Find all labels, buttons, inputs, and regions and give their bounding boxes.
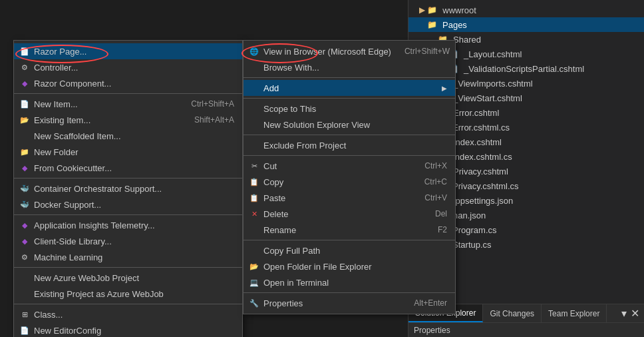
rename-label: Rename (263, 225, 296, 235)
copy-icon: 📋 (249, 176, 259, 187)
startup-label: Startup.cs (452, 240, 492, 250)
menu-item-razor-component[interactable]: ◆ Razor Component... (14, 75, 242, 91)
existing-webjob-icon (19, 288, 30, 299)
separator-6 (243, 292, 455, 293)
menu-item-paste[interactable]: 📋 Paste Ctrl+V (243, 190, 455, 206)
container-label: Container Orchestrator Support... (34, 184, 162, 194)
add-label: Add (263, 83, 279, 93)
separator-m5 (14, 304, 242, 304)
properties-label: Properties (414, 326, 450, 335)
scaffolded-label: New Scaffolded Item... (34, 131, 121, 141)
menu-item-copy-path[interactable]: Copy Full Path (243, 242, 455, 258)
rename-shortcut: F2 (424, 225, 447, 234)
open-folder-icon: 📂 (249, 261, 259, 272)
cut-shortcut: Ctrl+X (411, 161, 447, 170)
separator-1 (243, 77, 455, 78)
paste-shortcut: Ctrl+V (411, 193, 447, 202)
tree-item-pages[interactable]: 📁 Pages (408, 17, 644, 32)
exclude-label: Exclude From Project (263, 141, 346, 151)
cookiecutter-icon: ◆ (19, 163, 30, 173)
scaffolded-icon (19, 131, 30, 141)
docker-label: Docker Support... (34, 200, 101, 210)
tab-team-explorer[interactable]: Team Explorer (542, 304, 607, 322)
razor-component-icon: ◆ (19, 78, 30, 89)
menu-item-new-item[interactable]: 📄 New Item... Ctrl+Shift+A (14, 96, 242, 112)
properties-menu-label: Properties (263, 298, 303, 308)
copy-path-icon (249, 245, 259, 256)
browse-with-label: Browse With... (263, 63, 319, 73)
wwwroot-label: wwwroot (442, 5, 476, 15)
terminal-icon: 💻 (249, 277, 259, 288)
menu-item-scaffolded[interactable]: New Scaffolded Item... (14, 128, 242, 144)
separator-m4 (14, 267, 242, 268)
delete-label: Delete (263, 209, 289, 219)
menu-item-copy[interactable]: 📋 Copy Ctrl+C (243, 174, 455, 190)
pages-label: Pages (442, 20, 467, 30)
folder-icon-pages: 📁 (427, 20, 437, 29)
menu-item-view-browser[interactable]: 🌐 View in Browser (Microsoft Edge) Ctrl+… (243, 43, 455, 59)
existing-webjob-label: Existing Project as Azure WebJob (34, 289, 164, 299)
menu-item-client-side[interactable]: ◆ Client-Side Library... (14, 233, 242, 249)
client-side-icon: ◆ (19, 236, 30, 246)
razor-page-label: Razor Page... (34, 47, 87, 57)
properties-shortcut: Alt+Enter (401, 298, 447, 308)
menu-item-browse-with[interactable]: Browse With... (243, 59, 455, 75)
menu-item-exclude[interactable]: Exclude From Project (243, 137, 455, 153)
error-label: Error.cshtml (453, 108, 499, 118)
menu-item-existing-item[interactable]: 📂 Existing Item... Shift+Alt+A (14, 112, 242, 128)
layout-label: _Layout.cshtml (464, 49, 522, 59)
app-insights-label: Application Insights Telemetry... (34, 220, 155, 230)
menu-item-add[interactable]: Add ▶ (243, 80, 455, 96)
manjson-label: man.json (450, 210, 486, 220)
view-browser-shortcut: Ctrl+Shift+W (391, 47, 450, 56)
menu-item-container-orchestrator[interactable]: 🐳 Container Orchestrator Support... (14, 180, 242, 196)
separator-5 (243, 240, 455, 240)
privacy-cs-label: Privacy.cshtml.cs (452, 181, 518, 191)
menu-item-app-insights[interactable]: ◆ Application Insights Telemetry... (14, 217, 242, 233)
delete-shortcut: Del (422, 209, 447, 218)
machine-learning-icon: ⚙ (19, 252, 30, 262)
razor-component-label: Razor Component... (34, 79, 111, 89)
client-side-label: Client-Side Library... (34, 236, 112, 246)
menu-item-controller[interactable]: ⚙ Controller... (14, 59, 242, 75)
properties-icon: 🔧 (249, 298, 259, 308)
tree-item-wwwroot[interactable]: ▶ 📁 wwwroot (408, 3, 644, 17)
editor-config-icon: 📄 (19, 325, 30, 336)
menu-item-class[interactable]: ⊞ Class... (14, 306, 242, 322)
menu-item-delete[interactable]: ✕ Delete Del (243, 206, 455, 222)
cookiecutter-label: From Cookiecutter... (34, 163, 112, 173)
menu-item-new-folder[interactable]: 📁 New Folder (14, 144, 242, 160)
menu-item-razor-page[interactable]: 📄 Razor Page... (14, 43, 242, 59)
properties-bar: Properties (408, 322, 644, 337)
browser-icon: 🌐 (249, 46, 259, 57)
controller-icon: ⚙ (19, 62, 30, 73)
menu-item-open-terminal[interactable]: 💻 Open in Terminal (243, 274, 455, 290)
menu-item-new-solution-explorer[interactable]: New Solution Explorer View (243, 117, 455, 133)
menu-item-editor-config[interactable]: 📄 New EditorConfig (14, 322, 242, 337)
viewimports-label: _ViewImports.cshtml (453, 79, 533, 89)
menu-item-azure-webjob[interactable]: New Azure WebJob Project (14, 270, 242, 286)
menu-item-scope[interactable]: Scope to This (243, 101, 455, 117)
menu-item-rename[interactable]: Rename F2 (243, 222, 455, 238)
menu-item-open-folder[interactable]: 📂 Open Folder in File Explorer (243, 258, 455, 274)
class-label: Class... (34, 310, 63, 320)
tab-git-changes[interactable]: Git Changes (483, 304, 542, 322)
menu-item-existing-webjob[interactable]: Existing Project as Azure WebJob (14, 286, 242, 302)
copy-label: Copy (263, 177, 283, 187)
menu-item-properties[interactable]: 🔧 Properties Alt+Enter (243, 295, 455, 311)
existing-item-icon: 📂 (19, 115, 30, 125)
existing-item-label: Existing Item... (34, 115, 90, 125)
menu-item-docker[interactable]: 🐳 Docker Support... (14, 196, 242, 212)
browse-icon (249, 62, 259, 73)
menu-item-cut[interactable]: ✂ Cut Ctrl+X (243, 158, 455, 174)
paste-label: Paste (263, 193, 285, 203)
open-terminal-label: Open in Terminal (263, 278, 329, 288)
pin-icon[interactable]: ▾ (619, 307, 629, 320)
container-icon: 🐳 (19, 183, 30, 194)
scope-icon (249, 103, 259, 114)
menu-item-machine-learning[interactable]: ⚙ Machine Learning (14, 249, 242, 265)
folder-icon: ▶ 📁 (419, 5, 437, 15)
viewstart-label: _ViewStart.cshtml (453, 93, 522, 103)
close-icon[interactable]: ✕ (629, 307, 641, 320)
menu-item-cookiecutter[interactable]: ◆ From Cookiecutter... (14, 160, 242, 176)
